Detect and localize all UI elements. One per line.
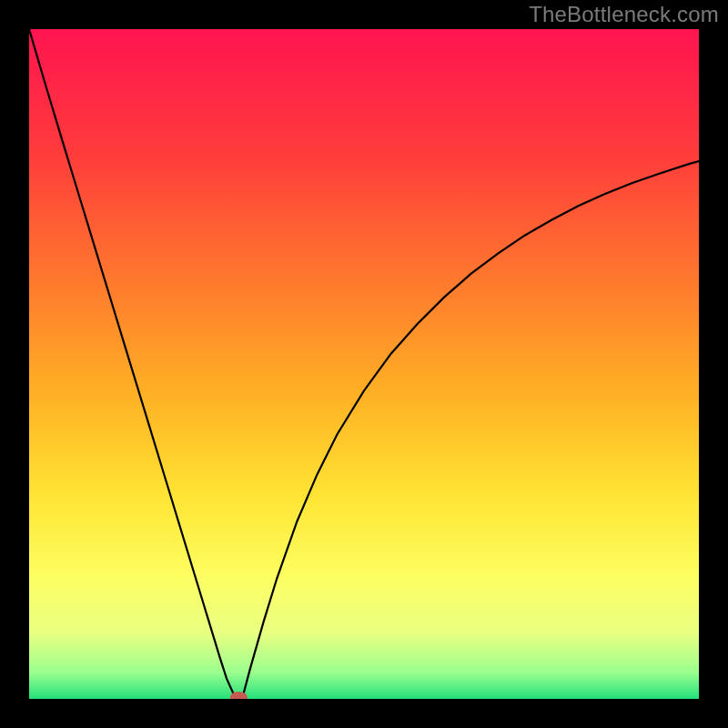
- plot-svg: [29, 29, 699, 699]
- watermark-text: TheBottleneck.com: [529, 2, 719, 27]
- plot-area: [29, 29, 699, 699]
- chart-frame: TheBottleneck.com: [0, 0, 728, 728]
